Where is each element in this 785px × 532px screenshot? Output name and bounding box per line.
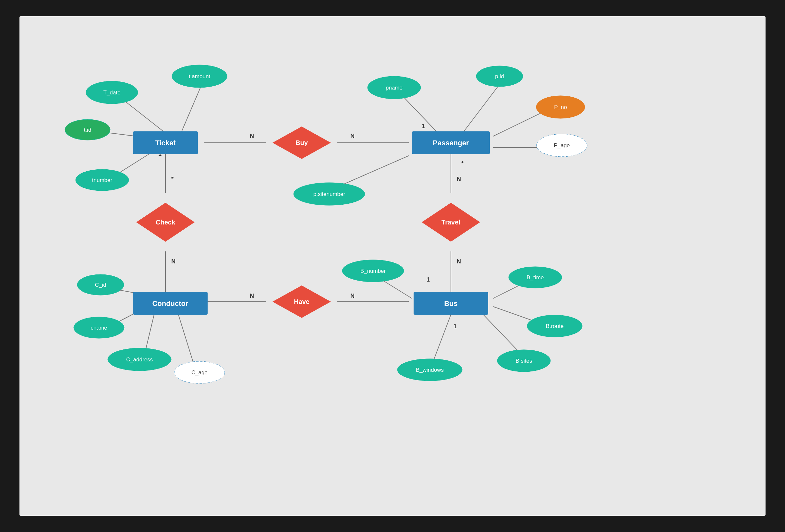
attr-p-id-label: p.id — [495, 73, 504, 79]
card-buy-pass-n: N — [350, 133, 355, 139]
attr-t-date-label: T_date — [103, 90, 121, 96]
card-check-cond-n: N — [171, 258, 176, 265]
card-cond-have-n: N — [250, 293, 254, 299]
attr-cname-label: cname — [91, 325, 107, 331]
svg-line-0 — [120, 97, 166, 133]
card-travel-bus-n: N — [457, 258, 461, 265]
card-pass-travel-star: * — [461, 160, 463, 167]
svg-line-25 — [178, 315, 193, 362]
attr-p-sitenumber-label: p.sitenumber — [313, 191, 346, 197]
svg-line-19 — [433, 315, 451, 362]
svg-line-8 — [493, 110, 547, 136]
attr-c-id-label: C_id — [95, 282, 106, 288]
card-bus-1-have: 1 — [454, 323, 457, 330]
card-bus-1-travel: 1 — [427, 276, 430, 283]
svg-line-1 — [182, 86, 201, 131]
attr-p-age-label: P_age — [554, 143, 569, 149]
attr-p-no-label: P_no — [554, 104, 567, 110]
card-ticket-check-star: * — [171, 176, 174, 182]
attr-b-sites-label: B.sites — [515, 358, 532, 364]
attr-tnumber-label: tnumber — [92, 177, 112, 183]
attr-c-address-label: C_address — [126, 356, 153, 363]
er-diagram-canvas: N N 1 * N 1 1 N * N 1 N N 1 Ticket Passe… — [20, 16, 765, 516]
attr-b-time-label: B_time — [527, 274, 544, 281]
rel-buy-label: Buy — [296, 139, 308, 146]
rel-have-label: Have — [294, 298, 309, 305]
attr-c-age-label: C_age — [192, 370, 208, 376]
rel-check-label: Check — [156, 219, 176, 226]
attr-t-id-label: t.id — [84, 127, 92, 133]
card-ticket-buy-n: N — [250, 133, 254, 139]
attr-b-route-label: B.route — [546, 323, 564, 329]
attr-b-number-label: B_number — [360, 268, 386, 274]
attr-t-amount-label: t.amount — [189, 73, 210, 79]
card-pass-travel-n: N — [457, 176, 461, 182]
svg-line-18 — [483, 315, 521, 354]
rel-travel-label: Travel — [441, 219, 460, 226]
card-have-bus-n: N — [350, 293, 355, 299]
svg-line-6 — [404, 97, 438, 133]
er-diagram-svg: N N 1 * N 1 1 N * N 1 N N 1 Ticket Passe… — [20, 16, 765, 516]
entity-ticket-label: Ticket — [155, 139, 176, 147]
attr-b-windows-label: B_windows — [416, 367, 444, 373]
attr-pname-label: pname — [386, 85, 403, 91]
card-pass-1: 1 — [422, 123, 425, 129]
entity-conductor-label: Conductor — [152, 299, 188, 307]
entity-passenger-label: Passenger — [433, 139, 469, 147]
svg-line-7 — [464, 84, 500, 131]
entity-bus-label: Bus — [444, 299, 458, 307]
